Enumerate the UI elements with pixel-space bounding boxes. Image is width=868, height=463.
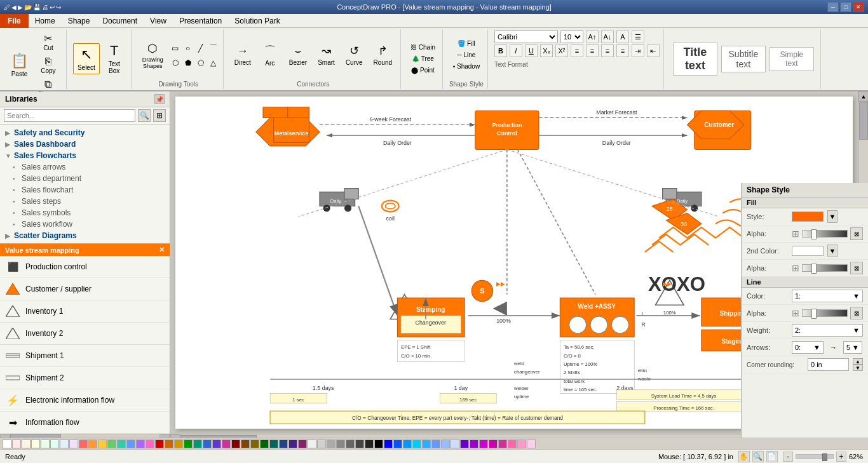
hand-tool[interactable]: ✋ xyxy=(738,451,750,462)
color-light4[interactable] xyxy=(41,440,50,448)
search-button[interactable]: 🔍 xyxy=(138,109,151,122)
line-color-dropdown[interactable]: 1: ▼ xyxy=(792,290,863,302)
color-darkyellow1[interactable] xyxy=(174,440,183,448)
zoom-fit-tool[interactable]: 🔍 xyxy=(752,451,764,462)
search-input[interactable] xyxy=(4,109,135,122)
point-button[interactable]: ⬤ Point xyxy=(407,65,438,76)
tool8[interactable]: △ xyxy=(208,57,219,69)
color-red1[interactable] xyxy=(79,440,88,448)
undo-icon[interactable]: ↩ xyxy=(50,4,55,11)
zoom-slider[interactable] xyxy=(796,454,834,459)
color-blue1[interactable] xyxy=(126,440,135,448)
align-center-button[interactable]: ≡ xyxy=(586,44,599,57)
line-alpha-thumb[interactable] xyxy=(811,309,817,319)
library-pin-button[interactable]: 📌 xyxy=(154,94,165,104)
home-menu[interactable]: Home xyxy=(29,14,62,28)
page-tool[interactable]: 📄 xyxy=(766,451,778,462)
zoom-thumb[interactable] xyxy=(822,453,827,461)
nav-back-icon[interactable]: ◀ xyxy=(11,4,17,11)
bezier-button[interactable]: ⌣ Bezier xyxy=(285,41,311,69)
tree-item-sales-department[interactable]: • Sales department xyxy=(0,173,170,184)
minimize-button[interactable]: ─ xyxy=(827,2,839,12)
color-purple2[interactable] xyxy=(460,440,469,448)
color-blue9[interactable] xyxy=(451,440,459,448)
coil-node[interactable]: coil xyxy=(382,201,399,222)
second-alpha-thumb[interactable] xyxy=(811,264,817,274)
tree-item-sales-arrows[interactable]: • Sales arrows xyxy=(0,161,170,173)
vsm-item-inventory2[interactable]: Inventory 2 xyxy=(0,323,170,345)
title-text-style[interactable]: Titletext xyxy=(673,43,717,76)
tree-item-sales-flowcharts[interactable]: ▼ Sales Flowcharts xyxy=(0,150,170,161)
color-blue4[interactable] xyxy=(403,440,412,448)
second-color-swatch[interactable] xyxy=(792,246,824,256)
color-gray5[interactable] xyxy=(346,440,355,448)
color-blue2[interactable] xyxy=(384,440,393,448)
vscroll-thumb[interactable] xyxy=(859,102,868,140)
subscript-button[interactable]: X₂ xyxy=(540,44,553,57)
color-blue5[interactable] xyxy=(412,440,421,448)
second-color-dropdown[interactable]: ▼ xyxy=(827,245,837,257)
solution-park-menu[interactable]: Solution Park xyxy=(228,14,286,28)
vsm-item-shipment2[interactable]: Shipment 2 xyxy=(0,367,170,389)
color-white[interactable] xyxy=(3,440,11,448)
print-icon[interactable]: 🖨 xyxy=(42,4,48,11)
color-light6[interactable] xyxy=(60,440,69,448)
color-purple3[interactable] xyxy=(470,440,478,448)
tree-item-sales-flowchart[interactable]: • Sales flowchart xyxy=(0,184,170,196)
color-light2[interactable] xyxy=(22,440,31,448)
spinner-up[interactable]: ▲ xyxy=(853,358,863,365)
align-right-button[interactable]: ≡ xyxy=(601,44,614,57)
view-menu[interactable]: View xyxy=(144,14,173,28)
vsm-item-info[interactable]: ➡ Information flow xyxy=(0,412,170,434)
color-purple5[interactable] xyxy=(489,440,498,448)
line-alpha-slider[interactable] xyxy=(802,309,848,317)
chain-button[interactable]: ⛓ Chain xyxy=(407,42,438,53)
color-purple9[interactable] xyxy=(527,440,536,448)
color-gray6[interactable] xyxy=(355,440,364,448)
production-control-node[interactable]: Production Control xyxy=(475,111,539,149)
spinner-down[interactable]: ▼ xyxy=(853,365,863,371)
redo-icon[interactable]: ↪ xyxy=(56,4,61,11)
direct-button[interactable]: → Direct xyxy=(230,41,255,69)
tree-item-sales-symbols[interactable]: • Sales symbols xyxy=(0,207,170,218)
copy-button[interactable]: ⎘ Copy xyxy=(34,54,62,76)
color-orange1[interactable] xyxy=(88,440,97,448)
curve-button[interactable]: ↺ Curve xyxy=(341,41,367,69)
vsm-item-shipment1[interactable]: Shipment 1 xyxy=(0,345,170,367)
weld-assy-node[interactable]: Weld +ASSY xyxy=(560,298,634,337)
simple-text-style[interactable]: Simpletext xyxy=(770,47,814,71)
shape-menu[interactable]: Shape xyxy=(62,14,97,28)
color-darkpink1[interactable] xyxy=(222,440,231,448)
file-menu-button[interactable]: File xyxy=(0,14,29,28)
tree-item-sales-workflow[interactable]: • Sales workflow xyxy=(0,218,170,230)
fill-alpha-control[interactable]: ⊠ xyxy=(850,227,863,240)
color-blue8[interactable] xyxy=(441,440,450,448)
indent-button[interactable]: ⇥ xyxy=(632,44,644,57)
arc-button[interactable]: ⌒ Arc xyxy=(257,40,283,70)
fill-alpha-slider[interactable] xyxy=(802,230,848,238)
font-shrink-button[interactable]: A↓ xyxy=(601,30,614,43)
color-green1[interactable] xyxy=(107,440,116,448)
color-gray7[interactable] xyxy=(365,440,374,448)
color-pink1[interactable] xyxy=(146,440,154,448)
corner-rounding-spinner[interactable]: ▲ ▼ xyxy=(853,358,863,371)
curve-tool2[interactable]: ⌒ xyxy=(208,41,219,55)
smart-button[interactable]: ↝ Smart xyxy=(313,41,339,69)
font-options-button[interactable]: ☰ xyxy=(632,30,644,43)
color-vdarkred[interactable] xyxy=(231,440,240,448)
italic-button[interactable]: I xyxy=(510,44,522,57)
vsm-item-production[interactable]: ⬛ Production control xyxy=(0,256,170,278)
bold-button[interactable]: B xyxy=(494,44,507,57)
tree-item-sales-steps[interactable]: • Sales steps xyxy=(0,196,170,207)
color-darkpurple1[interactable] xyxy=(212,440,221,448)
line-weight-dropdown[interactable]: 2: ▼ xyxy=(792,324,863,337)
color-blue6[interactable] xyxy=(422,440,431,448)
color-darkgreen1[interactable] xyxy=(184,440,193,448)
restore-button[interactable]: □ xyxy=(840,2,851,12)
color-purple6[interactable] xyxy=(498,440,507,448)
fill-button[interactable]: 🪣 Fill xyxy=(450,38,483,49)
stamping-node[interactable]: Stamping Changeover xyxy=(397,298,465,337)
font-grow-button[interactable]: A↑ xyxy=(586,30,599,43)
push-badge-s[interactable]: S xyxy=(471,280,492,301)
color-blue3[interactable] xyxy=(393,440,402,448)
